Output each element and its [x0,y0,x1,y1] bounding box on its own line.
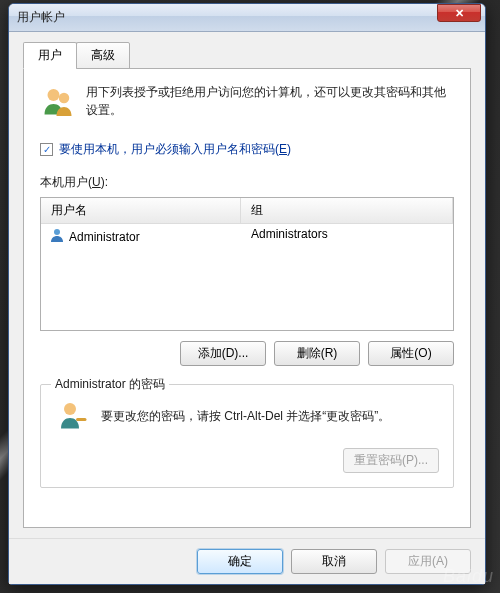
close-button[interactable]: ✕ [437,4,481,22]
ok-button[interactable]: 确定 [197,549,283,574]
table-row[interactable]: Administrator Administrators [41,224,453,249]
col-user[interactable]: 用户名 [41,198,241,223]
tab-strip: 用户 高级 [23,42,471,69]
dialog-footer: 确定 取消 应用(A) [9,538,485,584]
intro-row: 用下列表授予或拒绝用户访问您的计算机，还可以更改其密码和其他设置。 [40,83,454,123]
cell-user: Administrator [41,227,241,246]
password-text: 要更改您的密码，请按 Ctrl-Alt-Del 并选择“更改密码”。 [101,408,390,425]
window: 用户帐户 ✕ 用户 高级 用下列表授予或拒绝用户访问您的计算机，还可以更改其密码… [8,3,486,585]
reset-password-button: 重置密码(P)... [343,448,439,473]
cancel-button[interactable]: 取消 [291,549,377,574]
cell-user-text: Administrator [69,230,140,244]
password-legend: Administrator 的密码 [51,376,169,393]
users-icon [40,83,76,123]
cell-group: Administrators [241,227,453,246]
dialog-body: 用户 高级 用下列表授予或拒绝用户访问您的计算机，还可以更改其密码和其他设置。 … [9,32,485,538]
window-title: 用户帐户 [17,9,437,26]
key-user-icon [55,397,91,436]
check-icon: ✓ [43,144,51,155]
close-icon: ✕ [455,7,464,20]
properties-button[interactable]: 属性(O) [368,341,454,366]
remove-button[interactable]: 删除(R) [274,341,360,366]
add-button[interactable]: 添加(D)... [180,341,266,366]
col-group[interactable]: 组 [241,198,453,223]
apply-button: 应用(A) [385,549,471,574]
require-login-row: ✓ 要使用本机，用户必须输入用户名和密码(E) [40,141,454,158]
users-table[interactable]: 用户名 组 Administrator Administrators [40,197,454,331]
user-buttons-row: 添加(D)... 删除(R) 属性(O) [40,341,454,366]
table-header: 用户名 组 [41,198,453,224]
tab-user[interactable]: 用户 [23,42,77,69]
tab-advanced[interactable]: 高级 [76,42,130,69]
svg-point-3 [64,403,76,415]
svg-rect-4 [76,418,87,421]
user-icon [49,227,65,246]
svg-point-0 [48,89,60,101]
svg-point-2 [54,229,60,235]
intro-text: 用下列表授予或拒绝用户访问您的计算机，还可以更改其密码和其他设置。 [86,83,454,123]
password-groupbox: Administrator 的密码 要更改您的密码，请按 Ctrl-Alt-De… [40,384,454,488]
require-login-label[interactable]: 要使用本机，用户必须输入用户名和密码(E) [59,141,291,158]
tab-panel-user: 用下列表授予或拒绝用户访问您的计算机，还可以更改其密码和其他设置。 ✓ 要使用本… [23,68,471,528]
titlebar: 用户帐户 ✕ [9,4,485,32]
svg-point-1 [59,93,70,104]
local-users-label: 本机用户(U): [40,174,454,191]
require-login-checkbox[interactable]: ✓ [40,143,53,156]
